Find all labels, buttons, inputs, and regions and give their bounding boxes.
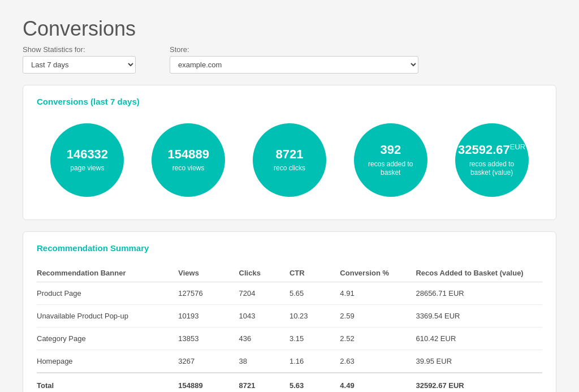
circle-reco-views-label: reco views xyxy=(172,164,205,173)
page-title: Conversions xyxy=(23,17,556,41)
cell-recos: 39.95 EUR xyxy=(416,350,542,373)
col-header-banner: Recommendation Banner xyxy=(37,264,178,282)
table-body: Product Page 127576 7204 5.65 4.91 28656… xyxy=(37,282,542,393)
table-row: Product Page 127576 7204 5.65 4.91 28656… xyxy=(37,282,542,305)
circles-row: 146332 page views 154889 reco views 8721… xyxy=(37,118,542,208)
cell-total-ctr: 5.63 xyxy=(290,373,340,392)
store-select[interactable]: example.comexample.co.uk xyxy=(170,56,418,74)
circle-recos-basket: 392 recos added to basket xyxy=(354,123,427,197)
recommendation-summary-title: Recommendation Summary xyxy=(37,243,542,253)
conversions-card: Conversions (last 7 days) 146332 page vi… xyxy=(23,85,556,220)
circle-recos-basket-number: 392 xyxy=(380,143,401,157)
cell-conversion: 4.91 xyxy=(340,282,416,305)
recommendation-table: Recommendation Banner Views Clicks CTR C… xyxy=(37,264,542,392)
cell-views: 10193 xyxy=(178,305,239,328)
circle-reco-views: 154889 reco views xyxy=(152,123,225,197)
conversions-card-title: Conversions (last 7 days) xyxy=(37,97,542,106)
cell-ctr: 3.15 xyxy=(290,328,340,350)
cell-total-conversion: 4.49 xyxy=(340,373,416,392)
cell-conversion: 2.52 xyxy=(340,328,416,350)
circle-reco-clicks: 8721 reco clicks xyxy=(253,123,326,197)
circle-recos-basket-value-number: 32592.67EUR xyxy=(458,143,525,158)
cell-recos: 610.42 EUR xyxy=(416,328,542,350)
cell-conversion: 2.59 xyxy=(340,305,416,328)
table-total-row: Total 154889 8721 5.63 4.49 32592.67 EUR xyxy=(37,373,542,392)
recommendation-summary-card: Recommendation Summary Recommendation Ba… xyxy=(23,231,556,392)
cell-clicks: 1043 xyxy=(239,305,290,328)
circle-reco-views-number: 154889 xyxy=(167,147,209,162)
circle-reco-clicks-label: reco clicks xyxy=(274,164,305,173)
cell-clicks: 436 xyxy=(239,328,290,350)
circle-reco-clicks-number: 8721 xyxy=(276,147,304,162)
col-header-views: Views xyxy=(178,264,239,282)
circle-recos-basket-value: 32592.67EUR recos added to basket (value… xyxy=(455,123,529,197)
cell-total-clicks: 8721 xyxy=(239,373,290,392)
table-row: Category Page 13853 436 3.15 2.52 610.42… xyxy=(37,328,542,350)
cell-total-recos: 32592.67 EUR xyxy=(416,373,542,392)
table-row: Unavailable Product Pop-up 10193 1043 10… xyxy=(37,305,542,328)
store-filter-group: Store: example.comexample.co.uk xyxy=(170,45,418,74)
col-header-conversion: Conversion % xyxy=(340,264,416,282)
store-label: Store: xyxy=(170,45,418,54)
cell-views: 13853 xyxy=(178,328,239,350)
circle-page-views-number: 146332 xyxy=(67,147,108,162)
cell-clicks: 38 xyxy=(239,350,290,373)
cell-views: 127576 xyxy=(178,282,239,305)
filter-row: Show Statistics for: Last 7 daysLast 30 … xyxy=(23,45,556,74)
circle-page-views-label: page views xyxy=(70,164,104,173)
cell-banner: Category Page xyxy=(37,328,178,350)
cell-total-label: Total xyxy=(37,373,178,392)
cell-clicks: 7204 xyxy=(239,282,290,305)
cell-banner: Product Page xyxy=(37,282,178,305)
circle-recos-basket-value-label: recos added to basket (value) xyxy=(461,160,523,178)
cell-ctr: 10.23 xyxy=(290,305,340,328)
cell-conversion: 2.63 xyxy=(340,350,416,373)
cell-ctr: 1.16 xyxy=(290,350,340,373)
circle-page-views: 146332 page views xyxy=(50,123,124,197)
cell-total-views: 154889 xyxy=(178,373,239,392)
stats-filter-group: Show Statistics for: Last 7 daysLast 30 … xyxy=(23,45,136,74)
circle-recos-basket-label: recos added to basket xyxy=(360,160,422,178)
cell-ctr: 5.65 xyxy=(290,282,340,305)
table-header-row: Recommendation Banner Views Clicks CTR C… xyxy=(37,264,542,282)
col-header-recos: Recos Added to Basket (value) xyxy=(416,264,542,282)
cell-banner: Unavailable Product Pop-up xyxy=(37,305,178,328)
stats-select[interactable]: Last 7 daysLast 30 daysLast 90 days xyxy=(23,56,136,74)
col-header-clicks: Clicks xyxy=(239,264,290,282)
cell-banner: Homepage xyxy=(37,350,178,373)
col-header-ctr: CTR xyxy=(290,264,340,282)
table-row: Homepage 3267 38 1.16 2.63 39.95 EUR xyxy=(37,350,542,373)
stats-label: Show Statistics for: xyxy=(23,45,136,54)
cell-recos: 3369.54 EUR xyxy=(416,305,542,328)
cell-views: 3267 xyxy=(178,350,239,373)
cell-recos: 28656.71 EUR xyxy=(416,282,542,305)
